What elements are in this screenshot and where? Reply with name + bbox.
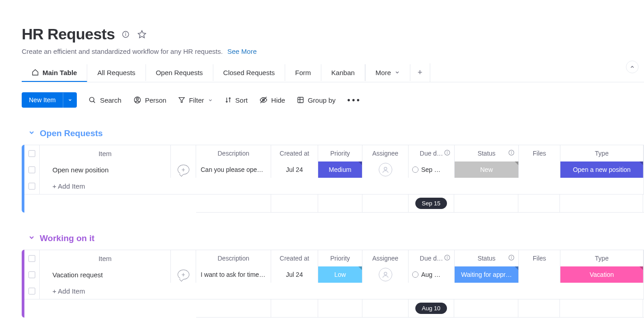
status-cell[interactable]: New [455, 161, 519, 178]
home-icon [32, 69, 39, 76]
avatar-icon[interactable] [379, 163, 392, 176]
col-priority[interactable]: Priority [318, 250, 362, 266]
col-description[interactable]: Description [196, 250, 271, 266]
tab-closed-requests[interactable]: Closed Requests [213, 64, 285, 81]
description-cell[interactable]: I want to ask for time … [196, 266, 271, 283]
chevron-down-icon[interactable] [28, 234, 35, 243]
select-all-cell[interactable] [24, 145, 40, 161]
select-cell[interactable] [24, 266, 40, 283]
svg-point-7 [136, 98, 138, 100]
chevron-down-icon[interactable] [63, 93, 77, 108]
date-summary-chip: Aug 10 [415, 303, 447, 314]
sort-tool[interactable]: Sort [225, 96, 248, 104]
info-icon[interactable] [444, 149, 451, 157]
chat-cell[interactable]: + [171, 161, 196, 178]
files-cell[interactable] [519, 266, 560, 283]
col-created[interactable]: Created at [271, 250, 318, 266]
tab-kanban[interactable]: Kanban [321, 64, 365, 81]
star-icon[interactable] [136, 29, 147, 40]
svg-point-23 [447, 256, 447, 257]
hide-tool[interactable]: Hide [259, 96, 285, 104]
collapse-button[interactable] [626, 61, 639, 73]
tab-add[interactable]: + [410, 63, 430, 82]
tab-all-requests[interactable]: All Requests [87, 64, 146, 81]
tab-open-requests[interactable]: Open Requests [146, 64, 213, 81]
svg-marker-3 [138, 30, 146, 38]
page-subtitle: Create an efficient and standardized wor… [22, 47, 223, 55]
col-type[interactable]: Type [560, 145, 644, 161]
svg-rect-11 [298, 97, 303, 103]
select-cell[interactable] [24, 161, 40, 178]
priority-cell[interactable]: Low [318, 266, 362, 283]
info-icon[interactable] [444, 254, 451, 262]
tab-form[interactable]: Form [285, 64, 321, 81]
due-cell[interactable]: Aug … [409, 266, 455, 283]
files-cell[interactable] [519, 161, 560, 178]
info-icon[interactable] [120, 29, 131, 40]
date-summary-chip: Sep 15 [415, 198, 447, 209]
description-cell[interactable]: Can you please open a… [196, 161, 271, 178]
search-tool[interactable]: Search [89, 96, 122, 104]
chevron-down-icon[interactable] [28, 129, 35, 138]
chat-bubble-icon[interactable]: + [178, 270, 189, 280]
item-name[interactable]: Vacation request [40, 266, 171, 283]
info-icon[interactable] [508, 254, 515, 262]
item-name[interactable]: Open new position [40, 161, 171, 178]
col-chat [171, 250, 196, 266]
tabs-bar: Main Table All Requests Open Requests Cl… [22, 63, 644, 82]
col-description[interactable]: Description [196, 145, 271, 161]
col-files[interactable]: Files [519, 250, 560, 266]
created-cell[interactable]: Jul 24 [271, 266, 318, 283]
col-due[interactable]: Due d… [409, 145, 455, 161]
svg-point-16 [447, 152, 447, 152]
assignee-cell[interactable] [362, 266, 409, 283]
group-title[interactable]: Open Requests [40, 128, 103, 138]
tab-label: Main Table [42, 69, 77, 76]
svg-point-2 [126, 33, 126, 33]
info-icon[interactable] [508, 149, 515, 157]
add-item-button[interactable]: + Add Item [52, 287, 85, 295]
col-item[interactable]: Item [40, 250, 171, 266]
see-more-link[interactable]: See More [227, 47, 257, 55]
svg-point-27 [384, 272, 387, 275]
person-filter[interactable]: Person [133, 96, 167, 104]
col-assignee[interactable]: Assignee [362, 250, 409, 266]
col-item[interactable]: Item [40, 145, 171, 161]
col-files[interactable]: Files [519, 145, 560, 161]
group-title[interactable]: Working on it [40, 233, 94, 243]
col-type[interactable]: Type [560, 250, 644, 266]
grid-icon [297, 96, 304, 104]
groupby-tool[interactable]: Group by [297, 96, 336, 104]
chat-bubble-icon[interactable]: + [178, 165, 189, 175]
type-cell[interactable]: Open a new position [560, 161, 644, 178]
new-item-button[interactable]: New Item [22, 92, 77, 108]
search-icon [89, 96, 96, 104]
col-created[interactable]: Created at [271, 145, 318, 161]
tab-main-table[interactable]: Main Table [22, 64, 87, 82]
tab-more[interactable]: More [365, 64, 410, 81]
avatar-icon[interactable] [379, 268, 392, 281]
toolbar: New Item Search Person Filter Sort Hide … [22, 92, 644, 108]
col-assignee[interactable]: Assignee [362, 145, 409, 161]
sort-icon [225, 96, 232, 104]
type-cell[interactable]: Vacation [560, 266, 644, 283]
select-all-cell[interactable] [24, 250, 40, 266]
col-status[interactable]: Status [455, 145, 519, 161]
select-cell[interactable] [24, 283, 40, 299]
col-status[interactable]: Status [455, 250, 519, 266]
col-chat [171, 145, 196, 161]
col-due[interactable]: Due d… [409, 250, 455, 266]
assignee-cell[interactable] [362, 161, 409, 178]
created-cell[interactable]: Jul 24 [271, 161, 318, 178]
col-priority[interactable]: Priority [318, 145, 362, 161]
add-item-button[interactable]: + Add Item [52, 182, 85, 190]
status-cell[interactable]: Waiting for appr… [455, 266, 519, 283]
svg-point-20 [384, 167, 387, 170]
filter-tool[interactable]: Filter [178, 96, 212, 104]
due-cell[interactable]: Sep … [409, 161, 455, 178]
chat-cell[interactable]: + [171, 266, 196, 283]
svg-marker-8 [179, 98, 184, 103]
more-icon[interactable]: ••• [348, 95, 362, 105]
priority-cell[interactable]: Medium [318, 161, 362, 178]
select-cell[interactable] [24, 178, 40, 194]
